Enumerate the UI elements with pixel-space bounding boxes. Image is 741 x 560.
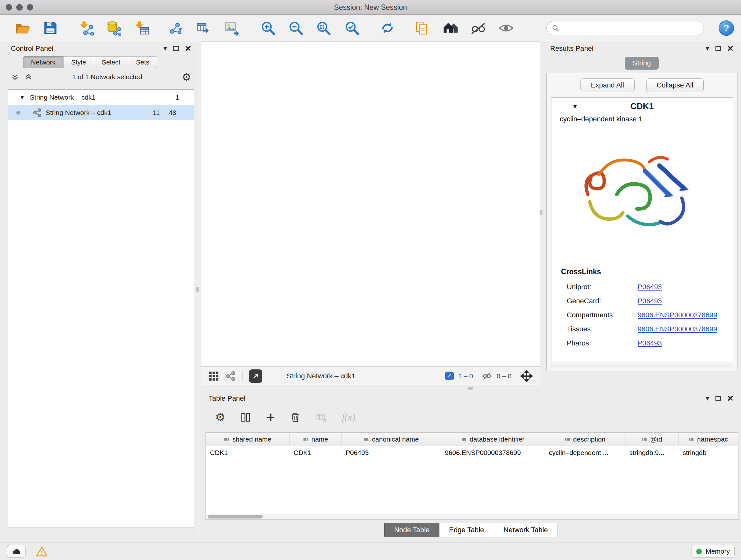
column-header-name[interactable]: name <box>289 433 341 446</box>
crosslink-link[interactable]: P06493 <box>637 283 662 291</box>
delete-column-trash-icon[interactable] <box>289 412 301 423</box>
selected-checkbox-icon[interactable]: ✓ <box>445 372 454 380</box>
panel-maximize-icon[interactable] <box>173 46 179 51</box>
add-column-icon[interactable]: + <box>266 412 275 423</box>
zoom-in-button[interactable] <box>258 18 278 38</box>
table-cell: stringdb:9... <box>625 446 678 459</box>
crosslink-row: GeneCard:P06493 <box>551 294 733 308</box>
search-box[interactable] <box>546 21 704 35</box>
grid-view-icon[interactable] <box>208 371 219 381</box>
warnings-button[interactable] <box>32 545 51 558</box>
copy-pages-icon <box>414 20 430 36</box>
column-header-namespac[interactable]: namespac <box>678 433 738 446</box>
expand-all-icon[interactable] <box>24 73 32 81</box>
help-button[interactable]: ? <box>719 20 734 36</box>
tab-edge-table[interactable]: Edge Table <box>440 523 494 537</box>
crosslink-link[interactable]: 9606.ENSP00000378699 <box>637 311 718 319</box>
expand-all-button[interactable]: Expand All <box>581 78 635 92</box>
zoom-out-icon <box>288 20 304 36</box>
panel-float-icon[interactable]: ▾ <box>705 45 709 52</box>
collapse-all-button[interactable]: Collapse All <box>646 78 704 92</box>
network-collection-label: String Network – cdk1 <box>30 94 95 101</box>
left-splitter-handle[interactable] <box>196 287 199 292</box>
tab-style[interactable]: Style <box>64 56 94 68</box>
move-crosshair-icon[interactable] <box>521 370 533 382</box>
zoom-selected-button[interactable] <box>342 18 362 38</box>
show-hide-button[interactable] <box>496 18 516 38</box>
column-header-canonical-name[interactable]: canonical name <box>341 433 441 446</box>
column-header-shared-name[interactable]: shared name <box>206 433 289 446</box>
gene-section-header[interactable]: ▼ CDK1 <box>551 98 733 115</box>
duplicate-button[interactable] <box>412 18 432 38</box>
network-graph[interactable] <box>201 42 540 366</box>
fit-content-button[interactable] <box>313 18 334 38</box>
collapse-all-icon[interactable] <box>11 73 19 81</box>
tab-sets[interactable]: Sets <box>128 56 157 68</box>
traffic-lights <box>6 4 33 10</box>
column-header--id[interactable]: @id <box>625 433 678 446</box>
zoom-out-button[interactable] <box>286 18 306 38</box>
panel-maximize-icon[interactable] <box>716 46 721 51</box>
node-table: shared namenamecanonical namedatabase id… <box>205 432 738 520</box>
triangle-down-icon[interactable]: ▼ <box>572 103 578 110</box>
memory-button[interactable]: Memory <box>691 545 735 558</box>
crosslink-label: GeneCard: <box>567 297 637 305</box>
apply-layout-refresh-icon <box>380 20 395 36</box>
import-table-button[interactable] <box>131 18 152 38</box>
triangle-down-icon[interactable]: ▼ <box>19 95 25 100</box>
crosslinks-list: Uniprot:P06493GeneCard:P06493Compartment… <box>551 280 733 350</box>
column-header-database-identifier[interactable]: database identifier <box>441 433 545 446</box>
crosslink-link[interactable]: P06493 <box>637 339 662 348</box>
window-zoom-button[interactable] <box>27 4 33 10</box>
window-minimize-button[interactable] <box>16 4 23 10</box>
table-row[interactable]: CDK1CDK1P064939606.ENSP00000378699cyclin… <box>206 446 738 459</box>
import-table-icon <box>134 20 150 36</box>
crosslink-link[interactable]: 9606.ENSP00000378699 <box>637 325 718 333</box>
import-network-database-button[interactable] <box>103 18 124 38</box>
panel-close-icon[interactable]: × <box>727 44 733 53</box>
table-settings-gear-icon[interactable]: ⚙ <box>215 412 225 423</box>
table-cell: stringdb <box>678 446 738 459</box>
detach-view-button[interactable] <box>249 369 262 383</box>
export-image-button[interactable] <box>221 18 242 38</box>
network-from-selection-button[interactable] <box>165 18 186 38</box>
save-icon <box>43 20 58 36</box>
horizontal-splitter-handle[interactable] <box>468 387 473 390</box>
search-input[interactable] <box>562 24 698 32</box>
network-selected-count-text: 1 of 1 Network selected <box>32 73 182 81</box>
apply-layout-button[interactable] <box>377 18 398 38</box>
tab-node-table[interactable]: Node Table <box>384 523 440 537</box>
save-session-button[interactable] <box>40 18 61 38</box>
open-session-button[interactable] <box>12 18 32 38</box>
export-table-button[interactable] <box>193 18 213 38</box>
network-options-gear-icon[interactable]: ⚙ <box>182 72 191 82</box>
tab-select[interactable]: Select <box>94 56 128 68</box>
navigator-button[interactable] <box>440 18 461 38</box>
scrollbar-thumb[interactable] <box>208 515 263 518</box>
panel-float-icon[interactable]: ▾ <box>705 395 709 402</box>
network-collection-row[interactable]: ▼ String Network – cdk1 1 <box>8 90 194 105</box>
tab-network[interactable]: Network <box>23 56 64 68</box>
panel-close-icon[interactable]: × <box>727 394 733 402</box>
table-horizontal-scrollbar[interactable] <box>206 514 738 519</box>
network-share-icon[interactable] <box>226 371 236 381</box>
window-close-button[interactable] <box>6 4 12 10</box>
network-row-selected[interactable]: String Network – cdk1 11 48 <box>8 105 194 120</box>
string-tab-badge[interactable]: String <box>625 57 658 70</box>
panel-float-icon[interactable]: ▾ <box>163 45 167 52</box>
tab-network-table[interactable]: Network Table <box>494 523 558 537</box>
panel-close-icon[interactable]: × <box>185 44 191 53</box>
crosslink-link[interactable]: P06493 <box>637 297 662 305</box>
cloud-button[interactable] <box>7 545 25 558</box>
results-scrollbar[interactable] <box>551 364 733 368</box>
toggle-details-button[interactable] <box>468 18 488 38</box>
table-toolbar: ⚙ + f(x) <box>201 406 741 429</box>
column-header-description[interactable]: description <box>545 433 625 446</box>
network-canvas[interactable] <box>201 42 540 367</box>
table-body: CDK1CDK1P064939606.ENSP00000378699cyclin… <box>206 446 738 459</box>
panel-maximize-icon[interactable] <box>716 396 721 401</box>
hidden-eye-slash-icon[interactable] <box>482 371 492 381</box>
crosslink-row: Compartments:9606.ENSP00000378699 <box>551 308 733 322</box>
show-columns-icon[interactable] <box>240 412 252 423</box>
import-network-file-button[interactable] <box>76 18 97 38</box>
